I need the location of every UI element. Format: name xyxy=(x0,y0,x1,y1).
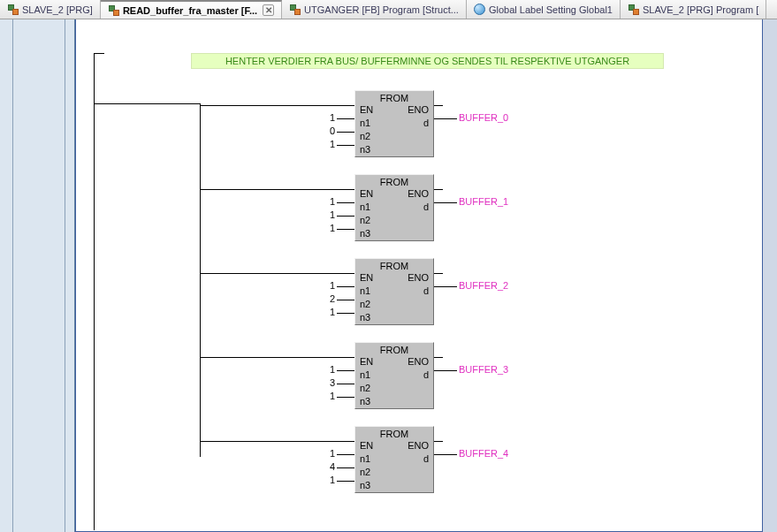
tab-label: READ_buffer_fra_master [F... xyxy=(123,5,257,16)
wire-en-2 xyxy=(200,273,354,274)
stub-d-0 xyxy=(434,118,457,119)
from-block-2[interactable]: FROMENENOn1dn2n3 xyxy=(354,258,434,325)
tab-4[interactable]: SLAVE_2 [PRG] Program [ xyxy=(621,0,766,19)
pin-n1: n1 xyxy=(360,285,370,298)
stub-n1-1 xyxy=(337,202,354,203)
stub-n2-0 xyxy=(337,132,354,133)
close-icon[interactable]: ✕ xyxy=(263,4,274,16)
stub-d-1 xyxy=(434,202,457,203)
power-rail xyxy=(94,53,95,530)
stub-n3-0 xyxy=(337,145,354,146)
pin-eno: ENO xyxy=(408,187,429,201)
val-n1-2: 1 xyxy=(323,280,335,291)
pin-eno: ENO xyxy=(408,439,429,452)
pin-d: d xyxy=(423,452,429,466)
stub-d-4 xyxy=(434,454,457,455)
pin-n1: n1 xyxy=(360,452,370,466)
gutter xyxy=(0,19,75,532)
tab-label: UTGANGER [FB] Program [Struct... xyxy=(304,4,459,15)
stub-n1-3 xyxy=(337,370,354,371)
val-n2-4: 4 xyxy=(323,461,335,472)
pin-d: d xyxy=(423,117,429,130)
pin-d: d xyxy=(423,285,429,298)
val-n3-2: 1 xyxy=(323,307,335,317)
tab-3[interactable]: Global Label Setting Global1 xyxy=(467,0,621,19)
rail-stub xyxy=(94,53,104,54)
pin-en: EN xyxy=(360,439,373,452)
from-block-1[interactable]: FROMENENOn1dn2n3 xyxy=(354,174,434,241)
pin-d: d xyxy=(423,201,429,214)
tab-label: Global Label Setting Global1 xyxy=(489,4,613,15)
pin-n2: n2 xyxy=(360,214,370,227)
gutter-inner xyxy=(12,19,65,532)
blocks-icon xyxy=(289,4,301,15)
pin-eno: ENO xyxy=(408,271,429,285)
from-block-4[interactable]: FROMENENOn1dn2n3 xyxy=(354,426,434,493)
pin-n3: n3 xyxy=(360,395,370,408)
stub-n3-2 xyxy=(337,313,354,314)
tab-label: SLAVE_2 [PRG] Program [ xyxy=(643,4,758,15)
output-label-3: BUFFER_3 xyxy=(459,364,508,375)
pin-eno: ENO xyxy=(408,103,429,117)
output-label-1: BUFFER_1 xyxy=(459,196,508,207)
pin-en: EN xyxy=(360,187,373,201)
val-n1-3: 1 xyxy=(323,364,335,375)
wire-en-3 xyxy=(200,357,354,358)
pin-eno: ENO xyxy=(408,355,429,369)
stub-n3-1 xyxy=(337,229,354,230)
pin-n2: n2 xyxy=(360,298,370,311)
val-n3-4: 1 xyxy=(323,475,335,485)
pin-d: d xyxy=(423,369,429,382)
val-n3-0: 1 xyxy=(323,139,335,149)
stub-n3-4 xyxy=(337,481,354,482)
val-n1-1: 1 xyxy=(323,196,335,207)
tab-0[interactable]: SLAVE_2 [PRG] xyxy=(0,0,101,19)
blocks-icon xyxy=(108,4,119,16)
pin-n1: n1 xyxy=(360,201,370,214)
val-n3-3: 1 xyxy=(323,391,335,401)
block-title: FROM xyxy=(355,175,433,187)
stub-n2-2 xyxy=(337,300,354,300)
stub-n2-4 xyxy=(337,467,354,468)
comment-banner: HENTER VERDIER FRA BUS/ BUFFERMINNE OG S… xyxy=(191,53,664,69)
globe-icon xyxy=(474,4,485,15)
pin-n3: n3 xyxy=(360,311,370,324)
pin-n1: n1 xyxy=(360,117,370,130)
blocks-icon xyxy=(628,4,639,15)
val-n2-3: 3 xyxy=(323,377,335,388)
stub-eno-2 xyxy=(434,273,443,274)
pin-en: EN xyxy=(360,103,373,117)
wire-en-4 xyxy=(200,441,354,442)
branch-bus xyxy=(200,103,201,457)
val-n1-0: 1 xyxy=(323,112,335,123)
stub-n2-1 xyxy=(337,216,354,217)
pin-n3: n3 xyxy=(360,143,370,156)
tab-2[interactable]: UTGANGER [FB] Program [Struct... xyxy=(282,0,467,19)
stub-d-3 xyxy=(434,370,457,371)
output-label-2: BUFFER_2 xyxy=(459,280,508,291)
stub-eno-0 xyxy=(434,105,443,106)
val-n2-0: 0 xyxy=(323,125,335,136)
pin-n1: n1 xyxy=(360,369,370,382)
stub-eno-4 xyxy=(434,441,443,442)
tab-1[interactable]: READ_buffer_fra_master [F...✕ xyxy=(101,0,282,19)
from-block-0[interactable]: FROMENENOn1dn2n3 xyxy=(354,90,434,157)
stub-n1-2 xyxy=(337,286,354,287)
wire-rail-to-bus xyxy=(94,103,200,104)
pin-n3: n3 xyxy=(360,479,370,492)
stub-n2-3 xyxy=(337,384,354,384)
val-n1-4: 1 xyxy=(323,448,335,459)
val-n2-2: 2 xyxy=(323,293,335,304)
pin-n3: n3 xyxy=(360,227,370,240)
from-block-3[interactable]: FROMENENOn1dn2n3 xyxy=(354,342,434,409)
stub-n3-3 xyxy=(337,397,354,398)
block-title: FROM xyxy=(355,91,433,103)
pin-n2: n2 xyxy=(360,130,370,143)
workspace: HENTER VERDIER FRA BUS/ BUFFERMINNE OG S… xyxy=(0,19,777,532)
wire-en-1 xyxy=(200,189,354,190)
editor-canvas[interactable]: HENTER VERDIER FRA BUS/ BUFFERMINNE OG S… xyxy=(75,19,763,532)
pin-en: EN xyxy=(360,355,373,369)
block-title: FROM xyxy=(355,259,433,271)
pin-n2: n2 xyxy=(360,466,370,479)
val-n3-1: 1 xyxy=(323,223,335,233)
